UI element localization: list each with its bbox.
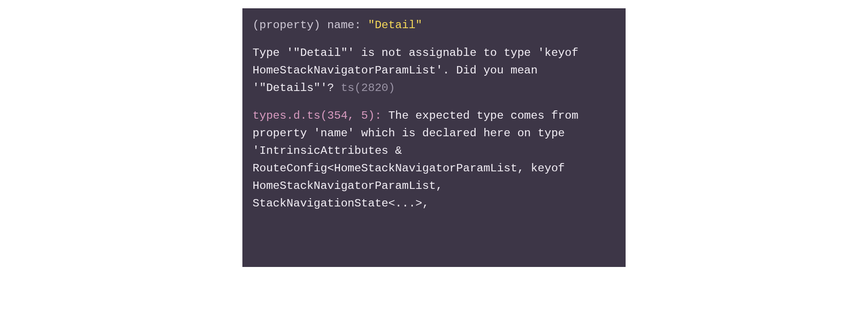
- signature-prefix: (property) name:: [253, 19, 368, 31]
- error-code: ts(2820): [341, 82, 395, 94]
- related-message: The expected type comes from property 'n…: [253, 109, 579, 210]
- related-source-link[interactable]: types.d.ts(354, 5):: [253, 109, 388, 122]
- hover-tooltip: (property) name: "Detail" Type '"Detail"…: [242, 8, 626, 267]
- signature-line: (property) name: "Detail": [253, 17, 615, 34]
- error-block: Type '"Detail"' is not assignable to typ…: [253, 44, 615, 97]
- related-info-block: types.d.ts(354, 5): The expected type co…: [253, 107, 615, 212]
- tooltip-gutter: [242, 8, 244, 267]
- signature-value: "Detail": [368, 19, 422, 31]
- error-message: Type '"Detail"' is not assignable to typ…: [253, 47, 579, 94]
